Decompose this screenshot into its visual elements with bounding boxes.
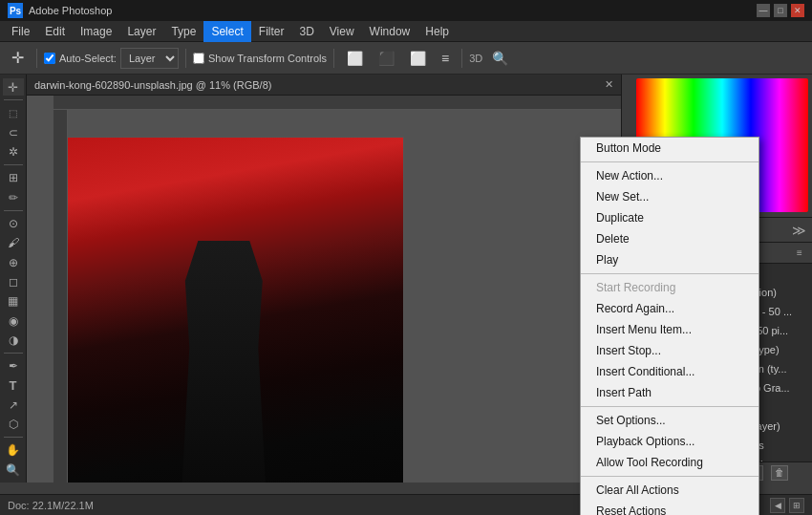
align-left-btn[interactable]: ⬜ [341, 46, 369, 71]
eyedropper-tool[interactable]: ✏ [3, 188, 24, 205]
align-right-btn[interactable]: ⬜ [404, 46, 432, 71]
ruler-horizontal [53, 96, 621, 110]
tool-sep-3 [4, 210, 23, 211]
lasso-tool[interactable]: ⊂ [3, 124, 24, 141]
ctx-item-insert-stop[interactable]: Insert Stop... [581, 340, 759, 361]
clone-tool[interactable]: ⊕ [3, 253, 24, 270]
search-btn[interactable]: 🔍 [486, 46, 514, 71]
blur-tool[interactable]: ◉ [3, 311, 24, 329]
shape-tool[interactable]: ⬡ [3, 416, 24, 433]
maximize-button[interactable]: □ [774, 4, 787, 17]
zoom-tool[interactable]: 🔍 [3, 461, 24, 479]
menu-image[interactable]: Image [73, 21, 119, 42]
delete-action-btn[interactable]: 🗑 [771, 465, 788, 481]
ctx-item-button-mode[interactable]: Button Mode [581, 138, 759, 159]
tool-sep-4 [4, 353, 23, 354]
ctx-item-start-recording: Start Recording [581, 277, 759, 298]
toolbar-3d-label: 3D [469, 53, 482, 64]
menu-layer[interactable]: Layer [119, 21, 163, 42]
auto-select-checkbox[interactable] [44, 53, 55, 64]
layer-dropdown[interactable]: Layer Group [120, 48, 179, 69]
canvas-close-btn[interactable]: ✕ [605, 78, 613, 91]
ctx-item-record-again[interactable]: Record Again... [581, 298, 759, 319]
actions-panel-menu[interactable]: ≡ [791, 246, 808, 261]
ctx-sep-after-play [581, 273, 759, 274]
panel-menu-btn[interactable]: ≫ [786, 223, 812, 238]
marquee-tool[interactable]: ⬚ [3, 104, 24, 121]
ctx-item-delete[interactable]: Delete [581, 228, 759, 249]
menu-edit[interactable]: Edit [37, 21, 73, 42]
menu-view[interactable]: View [322, 21, 362, 42]
menu-type[interactable]: Type [163, 21, 203, 42]
ctx-item-reset-actions[interactable]: Reset Actions [581, 501, 759, 515]
transform-label: Show Transform Controls [193, 53, 327, 64]
ctx-sep-after-allow-tool-recording [581, 476, 759, 477]
main-layout: ✛ ⬚ ⊂ ✲ ⊞ ✏ ⊙ 🖌 ⊕ ◻ ▦ ◉ ◑ ✒ T ↗ ⬡ ✋ 🔍 da… [0, 75, 812, 483]
toolbar-sep-4 [461, 49, 462, 68]
tool-sep-2 [4, 164, 23, 165]
dodge-tool[interactable]: ◑ [3, 332, 24, 349]
ctx-item-new-set[interactable]: New Set... [581, 186, 759, 207]
menu-bar: File Edit Image Layer Type Select Filter… [0, 21, 812, 42]
spot-heal-tool[interactable]: ⊙ [3, 215, 24, 232]
ctx-item-allow-tool-recording[interactable]: Allow Tool Recording [581, 452, 759, 473]
tool-sep-5 [4, 437, 23, 438]
canvas-area: darwin-kong-602890-unsplash.jpg @ 11% (R… [27, 75, 621, 483]
window-controls: — □ ✕ [757, 4, 804, 17]
toolbar-sep-1 [36, 49, 37, 68]
ctx-sep-after-button-mode [581, 161, 759, 162]
crop-tool[interactable]: ⊞ [3, 169, 24, 186]
status-grid-btn[interactable]: ⊞ [789, 498, 804, 513]
align-center-btn[interactable]: ⬛ [373, 46, 400, 71]
minimize-button[interactable]: — [757, 4, 770, 17]
pen-tool[interactable]: ✒ [3, 357, 24, 375]
eraser-tool[interactable]: ◻ [3, 273, 24, 290]
ruler-vertical [53, 110, 68, 483]
path-selection-tool[interactable]: ↗ [3, 397, 24, 414]
brush-tool[interactable]: 🖌 [3, 234, 24, 251]
magic-wand-tool[interactable]: ✲ [3, 143, 24, 161]
tool-sep-1 [4, 99, 23, 100]
menu-filter[interactable]: Filter [251, 21, 292, 42]
ctx-item-insert-conditional[interactable]: Insert Conditional... [581, 361, 759, 382]
move-tool[interactable]: ✛ [3, 78, 24, 96]
transform-checkbox[interactable] [193, 53, 204, 64]
auto-select-text: Auto-Select: [59, 53, 117, 64]
menu-3d[interactable]: 3D [291, 21, 321, 42]
ctx-item-play[interactable]: Play [581, 249, 759, 270]
canvas-tab-title: darwin-kong-602890-unsplash.jpg @ 11% (R… [34, 79, 605, 91]
status-arrows-btn[interactable]: ◀ [770, 498, 785, 513]
ctx-item-clear-all-actions[interactable]: Clear All Actions [581, 480, 759, 501]
menu-window[interactable]: Window [362, 21, 418, 42]
ctx-item-insert-menu-item[interactable]: Insert Menu Item... [581, 319, 759, 340]
status-info: Doc: 22.1M/22.1M [8, 500, 94, 511]
ctx-item-insert-path[interactable]: Insert Path [581, 382, 759, 403]
title-text: Adobe Photoshop [29, 5, 112, 16]
toolbar-sep-2 [185, 49, 186, 68]
distribute-btn[interactable]: ≡ [436, 46, 455, 71]
title-bar: Ps Adobe Photoshop — □ ✕ [0, 0, 812, 21]
ctx-item-new-action[interactable]: New Action... [581, 165, 759, 186]
gradient-tool[interactable]: ▦ [3, 292, 24, 310]
ctx-item-duplicate[interactable]: Duplicate [581, 207, 759, 228]
hand-tool[interactable]: ✋ [3, 441, 24, 459]
primary-toolbar: ✛ Auto-Select: Layer Group Show Transfor… [0, 42, 812, 75]
transform-text: Show Transform Controls [208, 53, 327, 64]
app-icon: Ps [8, 3, 23, 18]
toolbar-sep-3 [333, 49, 334, 68]
type-tool[interactable]: T [3, 376, 24, 394]
close-button[interactable]: ✕ [791, 4, 804, 17]
canvas-image [60, 137, 404, 483]
menu-select[interactable]: Select [203, 21, 250, 42]
ctx-item-set-options[interactable]: Set Options... [581, 410, 759, 431]
ctx-item-playback-options[interactable]: Playback Options... [581, 431, 759, 452]
menu-file[interactable]: File [4, 21, 37, 42]
context-menu: Button ModeNew Action...New Set...Duplic… [580, 137, 759, 515]
left-tools-panel: ✛ ⬚ ⊂ ✲ ⊞ ✏ ⊙ 🖌 ⊕ ◻ ▦ ◉ ◑ ✒ T ↗ ⬡ ✋ 🔍 [0, 75, 27, 483]
ctx-sep-after-insert-path [581, 406, 759, 407]
move-tool-btn[interactable]: ✛ [6, 46, 30, 71]
menu-help[interactable]: Help [417, 21, 457, 42]
auto-select-label: Auto-Select: [44, 53, 117, 64]
